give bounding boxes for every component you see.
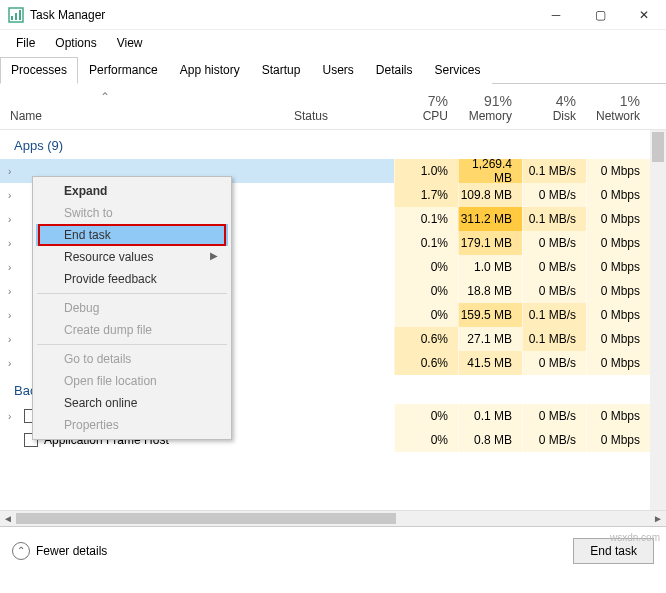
expand-chevron-icon[interactable]: ›	[8, 262, 18, 273]
net-cell: 0 Mbps	[586, 183, 650, 207]
expand-chevron-icon[interactable]: ›	[8, 238, 18, 249]
net-cell: 0 Mbps	[586, 255, 650, 279]
ctx-debug: Debug	[36, 297, 228, 319]
disk-cell: 0.1 MB/s	[522, 327, 586, 351]
ctx-separator	[37, 293, 227, 294]
disk-cell: 0.1 MB/s	[522, 159, 586, 183]
mem-cell: 41.5 MB	[458, 351, 522, 375]
ctx-separator	[37, 344, 227, 345]
cpu-pct: 7%	[394, 93, 448, 109]
svg-rect-3	[19, 10, 21, 20]
hscroll-left-icon[interactable]: ◄	[0, 513, 16, 524]
net-cell: 0 Mbps	[586, 159, 650, 183]
ctx-resource-values[interactable]: Resource values ▶	[36, 246, 228, 268]
cpu-cell: 0%	[394, 255, 458, 279]
col-disk[interactable]: 4%Disk	[522, 84, 586, 129]
close-button[interactable]: ✕	[622, 0, 666, 30]
col-memory[interactable]: 91%Memory	[458, 84, 522, 129]
disk-cell: 0 MB/s	[522, 404, 586, 428]
fewer-label: Fewer details	[36, 544, 107, 558]
mem-pct: 91%	[458, 93, 512, 109]
cpu-cell: 0.6%	[394, 327, 458, 351]
ctx-end-task-label: End task	[64, 228, 111, 242]
cpu-cell: 0%	[394, 428, 458, 452]
ctx-properties: Properties	[36, 414, 228, 436]
net-cell: 0 Mbps	[586, 303, 650, 327]
mem-cell: 179.1 MB	[458, 231, 522, 255]
footer: ⌃ Fewer details End task	[0, 526, 666, 574]
window-title: Task Manager	[30, 8, 534, 22]
ctx-open-location: Open file location	[36, 370, 228, 392]
cpu-cell: 0%	[394, 279, 458, 303]
expand-chevron-icon[interactable]: ›	[8, 214, 18, 225]
tab-users[interactable]: Users	[311, 57, 364, 84]
scroll-thumb[interactable]	[652, 132, 664, 162]
expand-chevron-icon[interactable]: ›	[8, 286, 18, 297]
expand-chevron-icon[interactable]: ›	[8, 166, 18, 177]
submenu-arrow-icon: ▶	[210, 250, 218, 261]
disk-cell: 0 MB/s	[522, 183, 586, 207]
menu-view[interactable]: View	[107, 32, 153, 54]
context-menu: Expand Switch to End task Resource value…	[32, 176, 232, 440]
col-network[interactable]: 1%Network	[586, 84, 650, 129]
net-cell: 0 Mbps	[586, 404, 650, 428]
hscroll-right-icon[interactable]: ►	[650, 513, 666, 524]
mem-cell: 159.5 MB	[458, 303, 522, 327]
cpu-cell: 0%	[394, 303, 458, 327]
tab-performance[interactable]: Performance	[78, 57, 169, 84]
maximize-button[interactable]: ▢	[578, 0, 622, 30]
tab-details[interactable]: Details	[365, 57, 424, 84]
col-cpu[interactable]: 7%CPU	[394, 84, 458, 129]
net-cell: 0 Mbps	[586, 351, 650, 375]
expand-chevron-icon[interactable]: ›	[8, 358, 18, 369]
disk-cell: 0 MB/s	[522, 255, 586, 279]
ctx-dump: Create dump file	[36, 319, 228, 341]
tab-services[interactable]: Services	[424, 57, 492, 84]
tab-startup[interactable]: Startup	[251, 57, 312, 84]
ctx-go-to-details: Go to details	[36, 348, 228, 370]
minimize-button[interactable]: ─	[534, 0, 578, 30]
disk-cell: 0 MB/s	[522, 279, 586, 303]
net-cell: 0 Mbps	[586, 207, 650, 231]
cpu-cell: 0.6%	[394, 351, 458, 375]
svg-rect-2	[15, 13, 17, 20]
horizontal-scrollbar[interactable]: ◄ ►	[0, 510, 666, 526]
vertical-scrollbar[interactable]	[650, 130, 666, 510]
cpu-cell: 1.7%	[394, 183, 458, 207]
disk-cell: 0 MB/s	[522, 428, 586, 452]
mem-cell: 18.8 MB	[458, 279, 522, 303]
ctx-search-online[interactable]: Search online	[36, 392, 228, 414]
tab-app-history[interactable]: App history	[169, 57, 251, 84]
expand-chevron-icon[interactable]: ›	[8, 190, 18, 201]
net-cell: 0 Mbps	[586, 428, 650, 452]
fewer-details-toggle[interactable]: ⌃ Fewer details	[12, 542, 107, 560]
net-cell: 0 Mbps	[586, 327, 650, 351]
expand-chevron-icon[interactable]: ›	[8, 411, 18, 422]
expand-chevron-icon[interactable]: ›	[8, 310, 18, 321]
menubar: File Options View	[0, 30, 666, 56]
hscroll-thumb[interactable]	[16, 513, 396, 524]
disk-cell: 0.1 MB/s	[522, 303, 586, 327]
group-apps[interactable]: Apps (9)	[0, 130, 666, 159]
column-headers: Name ⌃ Status 7%CPU 91%Memory 4%Disk 1%N…	[0, 84, 666, 130]
mem-cell: 311.2 MB	[458, 207, 522, 231]
chevron-up-icon: ⌃	[12, 542, 30, 560]
net-pct: 1%	[586, 93, 640, 109]
menu-options[interactable]: Options	[45, 32, 106, 54]
ctx-feedback[interactable]: Provide feedback	[36, 268, 228, 290]
sort-indicator-icon: ⌃	[100, 90, 110, 104]
expand-chevron-icon[interactable]: ›	[8, 334, 18, 345]
mem-cell: 1,269.4 MB	[458, 159, 522, 183]
col-name[interactable]: Name ⌃	[0, 84, 294, 129]
mem-cell: 0.8 MB	[458, 428, 522, 452]
cpu-cell: 0%	[394, 404, 458, 428]
tab-strip: Processes Performance App history Startu…	[0, 56, 666, 84]
cpu-cell: 0.1%	[394, 207, 458, 231]
mem-cell: 1.0 MB	[458, 255, 522, 279]
ctx-expand[interactable]: Expand	[36, 180, 228, 202]
titlebar: Task Manager ─ ▢ ✕	[0, 0, 666, 30]
menu-file[interactable]: File	[6, 32, 45, 54]
tab-processes[interactable]: Processes	[0, 57, 78, 84]
col-status[interactable]: Status	[294, 84, 394, 129]
ctx-end-task[interactable]: End task	[36, 224, 228, 246]
